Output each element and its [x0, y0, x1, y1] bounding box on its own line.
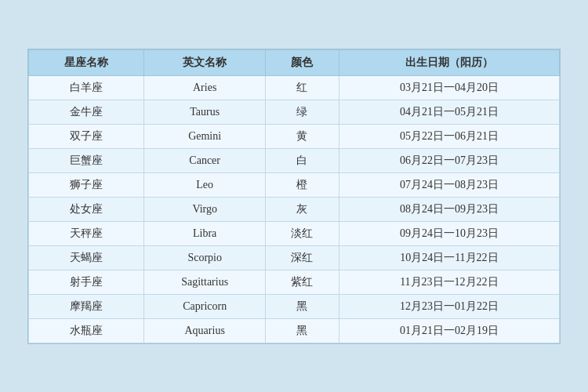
cell-chinese-name: 巨蟹座	[29, 148, 144, 172]
table-row: 双子座Gemini黄05月22日一06月21日	[29, 124, 560, 148]
table-row: 水瓶座Aquarius黑01月21日一02月19日	[29, 318, 560, 343]
cell-color: 黄	[266, 124, 339, 148]
table-row: 金牛座Taurus绿04月21日一05月21日	[29, 100, 560, 124]
cell-chinese-name: 天秤座	[29, 221, 144, 245]
header-english-name: 英文名称	[144, 49, 266, 75]
cell-chinese-name: 双子座	[29, 124, 144, 148]
cell-color: 橙	[266, 172, 339, 197]
cell-chinese-name: 白羊座	[29, 75, 144, 100]
cell-color: 淡红	[266, 221, 339, 245]
cell-dates: 09月24日一10月23日	[339, 221, 559, 245]
cell-color: 黑	[266, 294, 339, 318]
cell-dates: 07月24日一08月23日	[339, 172, 559, 197]
cell-dates: 03月21日一04月20日	[339, 75, 559, 100]
table-row: 射手座Sagittarius紫红11月23日一12月22日	[29, 270, 560, 294]
table-row: 天秤座Libra淡红09月24日一10月23日	[29, 221, 560, 245]
cell-english-name: Leo	[144, 172, 266, 197]
cell-english-name: Gemini	[144, 124, 266, 148]
zodiac-table-container: 星座名称 英文名称 颜色 出生日期（阳历） 白羊座Aries红03月21日一04…	[27, 49, 561, 344]
cell-chinese-name: 摩羯座	[29, 294, 144, 318]
cell-english-name: Scorpio	[144, 245, 266, 270]
cell-chinese-name: 射手座	[29, 270, 144, 294]
table-row: 处女座Virgo灰08月24日一09月23日	[29, 197, 560, 221]
cell-color: 紫红	[266, 270, 339, 294]
cell-color: 绿	[266, 100, 339, 124]
table-row: 白羊座Aries红03月21日一04月20日	[29, 75, 560, 100]
table-header-row: 星座名称 英文名称 颜色 出生日期（阳历）	[29, 49, 560, 75]
cell-english-name: Libra	[144, 221, 266, 245]
table-row: 狮子座Leo橙07月24日一08月23日	[29, 172, 560, 197]
header-dates: 出生日期（阳历）	[339, 49, 559, 75]
table-row: 摩羯座Capricorn黑12月23日一01月22日	[29, 294, 560, 318]
cell-dates: 06月22日一07月23日	[339, 148, 559, 172]
cell-chinese-name: 狮子座	[29, 172, 144, 197]
cell-english-name: Capricorn	[144, 294, 266, 318]
cell-english-name: Aquarius	[144, 318, 266, 343]
cell-dates: 12月23日一01月22日	[339, 294, 559, 318]
cell-english-name: Aries	[144, 75, 266, 100]
cell-color: 灰	[266, 197, 339, 221]
cell-dates: 04月21日一05月21日	[339, 100, 559, 124]
cell-chinese-name: 天蝎座	[29, 245, 144, 270]
header-color: 颜色	[266, 49, 339, 75]
cell-color: 深红	[266, 245, 339, 270]
cell-color: 红	[266, 75, 339, 100]
cell-chinese-name: 处女座	[29, 197, 144, 221]
cell-dates: 10月24日一11月22日	[339, 245, 559, 270]
cell-english-name: Sagittarius	[144, 270, 266, 294]
cell-dates: 08月24日一09月23日	[339, 197, 559, 221]
table-body: 白羊座Aries红03月21日一04月20日金牛座Taurus绿04月21日一0…	[29, 75, 560, 343]
header-chinese-name: 星座名称	[29, 49, 144, 75]
cell-chinese-name: 金牛座	[29, 100, 144, 124]
cell-english-name: Taurus	[144, 100, 266, 124]
zodiac-table: 星座名称 英文名称 颜色 出生日期（阳历） 白羊座Aries红03月21日一04…	[28, 49, 560, 343]
cell-color: 黑	[266, 318, 339, 343]
cell-dates: 11月23日一12月22日	[339, 270, 559, 294]
table-row: 天蝎座Scorpio深红10月24日一11月22日	[29, 245, 560, 270]
cell-dates: 05月22日一06月21日	[339, 124, 559, 148]
cell-english-name: Cancer	[144, 148, 266, 172]
cell-color: 白	[266, 148, 339, 172]
cell-dates: 01月21日一02月19日	[339, 318, 559, 343]
cell-english-name: Virgo	[144, 197, 266, 221]
table-row: 巨蟹座Cancer白06月22日一07月23日	[29, 148, 560, 172]
cell-chinese-name: 水瓶座	[29, 318, 144, 343]
